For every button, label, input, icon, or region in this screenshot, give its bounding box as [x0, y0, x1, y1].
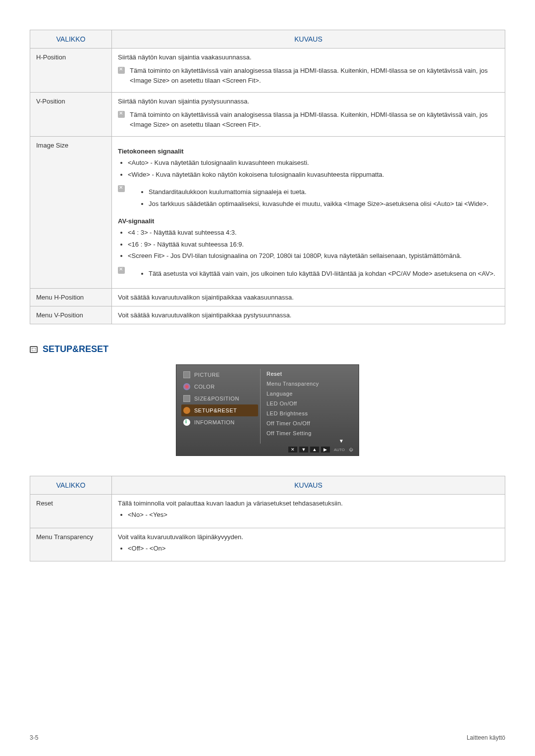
osd-item-sizeposition: SIZE&POSITION	[181, 393, 258, 404]
desc-cell: Siirtää näytön kuvan sijaintia vaakasuun…	[112, 49, 505, 93]
size-icon	[183, 395, 190, 402]
osd-right-item: Off Timer On/Off	[267, 418, 354, 428]
table-setup-reset: VALIKKO KUVAUS Reset Tällä toiminnolla v…	[30, 476, 505, 561]
close-icon: ✕	[288, 447, 297, 453]
menu-cell: Menu Transparency	[30, 528, 112, 561]
osd-item-picture: PICTURE	[181, 369, 258, 381]
picture-icon	[183, 371, 190, 378]
osd-right-menu: Reset Menu Transparency Language LED On/…	[261, 369, 354, 444]
section-icon	[30, 346, 38, 353]
table-row: Menu H-Position Voit säätää kuvaruutuval…	[30, 289, 505, 306]
table2-header-desc: KUVAUS	[112, 476, 505, 495]
power-icon: ⏻	[349, 448, 353, 452]
desc-cell: Voit säätää kuvaruutuvalikon sijaintipai…	[112, 289, 505, 306]
note-text: Tämä toiminto on käytettävissä vain anal…	[130, 66, 499, 85]
table-row: Menu Transparency Voit valita kuvaruutuv…	[30, 528, 505, 561]
osd-right-item: Menu Transparency	[267, 379, 354, 389]
note-text: Tämä toiminto on käytettävissä vain anal…	[130, 110, 499, 129]
osd-item-setupreset: SETUP&RESET	[181, 404, 258, 416]
note-icon	[118, 267, 125, 274]
osd-label: SIZE&POSITION	[194, 396, 239, 402]
list-item: <Off> - <On>	[128, 544, 499, 554]
menu-cell: Image Size	[30, 137, 112, 289]
note-icon	[118, 67, 125, 74]
gear-icon	[183, 407, 190, 414]
desc-cell: Voit valita kuvaruutuvalikon läpinäkyvyy…	[112, 528, 505, 561]
osd-footer: ✕ ▼ ▲ ▶ AUTO ⏻	[181, 444, 354, 455]
list-item: <Auto> - Kuva näytetään tulosignaalin ku…	[128, 158, 499, 168]
auto-label: AUTO	[334, 448, 345, 452]
menu-cell: Menu V-Position	[30, 306, 112, 324]
menu-cell: H-Position	[30, 49, 112, 93]
subheading: Tietokoneen signaalit	[118, 148, 499, 155]
osd-item-color: COLOR	[181, 381, 258, 393]
desc-text: Siirtää näytön kuvan sijaintia pystysuun…	[118, 98, 499, 105]
menu-cell: Reset	[30, 495, 112, 528]
osd-item-information: INFORMATION	[181, 416, 258, 428]
note-icon	[118, 185, 125, 192]
osd-right-item: Off Timer Setting	[267, 428, 354, 438]
table-size-position: VALIKKO KUVAUS H-Position Siirtää näytön…	[30, 30, 505, 324]
footer-section: Laitteen käyttö	[467, 734, 505, 741]
osd-label: COLOR	[194, 384, 215, 390]
table-row: Menu V-Position Voit säätää kuvaruutuval…	[30, 306, 505, 324]
desc-cell: Tietokoneen signaalit <Auto> - Kuva näyt…	[112, 137, 505, 289]
osd-right-item: Reset	[267, 369, 354, 379]
page-footer: 3-5 Laitteen käyttö	[30, 734, 505, 741]
osd-label: INFORMATION	[194, 419, 235, 425]
list-item: Tätä asetusta voi käyttää vain vain, jos…	[149, 269, 495, 279]
desc-text: Voit valita kuvaruutuvalikon läpinäkyvyy…	[118, 533, 499, 541]
table-row: V-Position Siirtää näytön kuvan sijainti…	[30, 93, 505, 137]
table-row: Reset Tällä toiminnolla voit palauttaa k…	[30, 495, 505, 528]
osd-left-menu: PICTURE COLOR SIZE&POSITION SETUP&RESET …	[181, 369, 261, 444]
list-item: <4 : 3> - Näyttää kuvat suhteessa 4:3.	[128, 228, 499, 238]
list-item: <Wide> - Kuva näytetään koko näytön koko…	[128, 170, 499, 180]
table1-header-desc: KUVAUS	[112, 30, 505, 49]
table-row: H-Position Siirtää näytön kuvan sijainti…	[30, 49, 505, 93]
menu-cell: V-Position	[30, 93, 112, 137]
table-row: Image Size Tietokoneen signaalit <Auto> …	[30, 137, 505, 289]
desc-text: Siirtää näytön kuvan sijaintia vaakasuun…	[118, 53, 499, 61]
osd-label: PICTURE	[194, 372, 220, 378]
list-item: <16 : 9> - Näyttää kuvat suhteessa 16:9.	[128, 240, 499, 250]
info-icon	[183, 419, 190, 426]
subheading: AV-signaalit	[118, 217, 499, 225]
osd-screenshot: PICTURE COLOR SIZE&POSITION SETUP&RESET …	[30, 364, 505, 456]
osd-right-item: LED Brightness	[267, 408, 354, 418]
table2-header-menu: VALIKKO	[30, 476, 112, 495]
table1-header-menu: VALIKKO	[30, 30, 112, 49]
osd-right-item: LED On/Off	[267, 399, 354, 408]
down-icon: ▼	[299, 447, 308, 453]
osd-label: SETUP&RESET	[194, 407, 237, 413]
page-number: 3-5	[30, 734, 38, 741]
desc-cell: Siirtää näytön kuvan sijaintia pystysuun…	[112, 93, 505, 137]
chevron-down-icon: ▼	[267, 438, 354, 444]
osd-right-item: Language	[267, 389, 354, 399]
list-item: <Screen Fit> - Jos DVI-tilan tulosignaal…	[128, 251, 499, 261]
section-title: SETUP&RESET	[43, 344, 108, 354]
desc-cell: Voit säätää kuvaruutuvalikon sijaintipai…	[112, 306, 505, 324]
desc-text: Tällä toiminnolla voit palauttaa kuvan l…	[118, 500, 499, 507]
play-icon: ▶	[321, 447, 330, 453]
note-icon	[118, 111, 125, 118]
up-icon: ▲	[310, 447, 319, 453]
menu-cell: Menu H-Position	[30, 289, 112, 306]
color-icon	[183, 383, 190, 390]
desc-cell: Tällä toiminnolla voit palauttaa kuvan l…	[112, 495, 505, 528]
list-item: <No> - <Yes>	[128, 510, 499, 520]
section-heading: SETUP&RESET	[30, 344, 505, 354]
list-item: Standarditaulukkoon kuulumattomia signaa…	[149, 187, 488, 197]
list-item: Jos tarkkuus säädetään optimaaliseksi, k…	[149, 199, 488, 209]
